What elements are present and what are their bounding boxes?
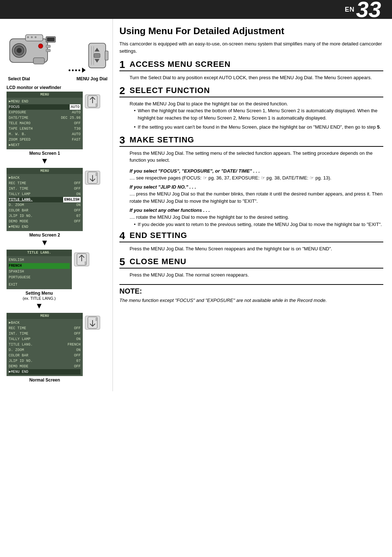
step-1-num: 1	[119, 60, 130, 70]
setting-menu: TITLE LANG. ENGLISH FRENCH SPANISH PORTU…	[7, 250, 72, 289]
dial-labels: Select Dial MENU Jog Dial	[7, 76, 109, 81]
menu-screen-2-label: Menu Screen 2	[7, 233, 83, 238]
final-row-inttime: INT. TIMEOFF	[9, 331, 81, 336]
setting-menu-block: TITLE LANG. ENGLISH FRENCH SPANISH PORTU…	[7, 250, 72, 311]
camcorder-icon	[7, 25, 66, 73]
menu2-row-inttime: INT. TIMEOFF	[9, 186, 81, 191]
menu-screen-1-block: MENU ►MENU END FOCUSAUTO EXPOSUREAUTO DA…	[7, 92, 83, 166]
svg-rect-7	[33, 58, 44, 64]
arrow-buttons-3	[74, 253, 89, 266]
down-arrow-button-2[interactable]	[85, 316, 100, 330]
menu2-row-menuend: ►MENU END	[9, 224, 81, 230]
down-arrow-button-1[interactable]	[85, 171, 100, 185]
select-dial-label: Select Dial	[8, 76, 30, 81]
note-section: Note: The menu function except "FOCUS" a…	[119, 284, 383, 304]
section-3-body: Press the MENU Jog Dial. The setting men…	[119, 150, 383, 164]
section-4-header: 4 End Setting	[119, 231, 383, 242]
menu1-row-exposure: EXPOSUREAUTO	[9, 110, 81, 115]
menu2-row-tally: TALLY LAMPON	[9, 191, 81, 197]
setting-menu-title: TITLE LANG.	[7, 250, 72, 256]
final-menu-area: MENU ►BACK REC TIMEOFF INT. TIMEOFF TALL…	[7, 313, 109, 385]
arrow-down-1: ▼	[7, 157, 83, 165]
section-2-body: Rotate the MENU Jog Dial to place the hi…	[119, 100, 383, 131]
section-4-title: End Setting	[130, 231, 187, 242]
up-arrow-button-2[interactable]	[74, 253, 89, 266]
arrow-down-3: ▼	[7, 302, 72, 310]
menu1-row-next: ►NEXT	[9, 142, 81, 148]
section-3-header: 3 Make Setting	[119, 135, 383, 147]
final-row-dzoom: D. ZOOMON	[9, 347, 81, 353]
setting-item-portuguese: PORTUGUESE	[9, 275, 70, 280]
svg-point-11	[38, 44, 43, 48]
if-select-other-body: .... rotate the MENU Jog Dial to move th…	[119, 214, 383, 228]
svg-rect-20	[105, 51, 109, 60]
intro-text: This camcorder is equipped with an easy-…	[119, 40, 383, 55]
menu-screen-1-label: Menu Screen 1	[7, 151, 83, 156]
menu2-row-demo: DEMO MODEOFF	[9, 219, 81, 224]
section-2-header: 2 Select Function	[119, 86, 383, 97]
section-2-bullet-2: • If the setting you want can't be found…	[134, 124, 383, 131]
setting-menu-label: Setting Menu (ex. TITLE LANG.)	[7, 291, 72, 301]
header-bar: EN 33	[0, 0, 392, 19]
note-title: Note:	[119, 287, 383, 295]
dots-arrow	[68, 68, 86, 73]
lcd-label: LCD monitor or viewfinder	[7, 85, 109, 90]
menu1-title: MENU	[7, 92, 83, 98]
svg-point-9	[31, 36, 33, 38]
menu2-title: MENU	[7, 168, 83, 174]
final-row-colorbar: COLOR BAROFF	[9, 353, 81, 358]
step-4-num: 4	[119, 231, 130, 242]
section-5-title: Close Menu	[130, 257, 187, 268]
arrow-down-2: ▼	[7, 239, 83, 247]
menu1-row-datetime: DATE/TIMEDEC 25.98	[9, 115, 81, 121]
page-title: Using Menu For Detailed Adjustment	[119, 25, 383, 37]
final-menu-block: MENU ►BACK REC TIMEOFF INT. TIMEOFF TALL…	[7, 313, 83, 383]
page-number: 33	[356, 0, 381, 21]
menu2-row-dzoom: D. ZOOMON	[9, 202, 81, 208]
menu1-row-mwb: M. W. B.AUTO	[9, 132, 81, 137]
setting-menu-area: TITLE LANG. ENGLISH FRENCH SPANISH PORTU…	[7, 250, 109, 313]
svg-rect-19	[94, 53, 100, 58]
final-row-demo: DEMO MODEOFF	[9, 364, 81, 369]
menu1-row-zoom: ZOOM SPEEDFAST	[9, 137, 81, 142]
section-3-title: Make Setting	[130, 135, 194, 146]
main-layout: Select Dial MENU Jog Dial LCD monitor or…	[0, 19, 392, 391]
final-row-rectime: REC TIMEOFF	[9, 326, 81, 331]
final-menu-screen: MENU ►BACK REC TIMEOFF INT. TIMEOFF TALL…	[7, 313, 83, 376]
section-2-bullet-1: • When the highlight bar reaches the bot…	[134, 107, 383, 121]
final-row-menuend: ►MENU END	[9, 369, 81, 375]
right-column: Using Menu For Detailed Adjustment This …	[113, 19, 392, 391]
menu-screen-2-area: MENU ►BACK REC TIMEOFF INT. TIMEOFF TALL…	[7, 168, 109, 250]
if-select-other: If you select any other functions . . .	[119, 207, 383, 213]
arrow-buttons-4	[85, 316, 100, 330]
setting-item-french: FRENCH	[9, 263, 70, 269]
menu1-row-tele: TELE MACROOFF	[9, 121, 81, 126]
step-2-num: 2	[119, 86, 130, 97]
step-3-num: 3	[119, 135, 130, 146]
menu2-row-titlelang: TITLE LANG.ENGLISH	[9, 197, 81, 202]
camcorder-area	[7, 25, 109, 73]
up-arrow-button-1[interactable]	[85, 94, 100, 108]
final-row-jlip: JLIP ID NO.07	[9, 358, 81, 364]
if-select-focus-body: .... see respective pages (FOCUS: ☞ pg. …	[119, 174, 383, 182]
jog-dial-icon	[87, 40, 109, 73]
final-row-back: ►BACK	[9, 320, 81, 326]
arrow-buttons-2	[85, 171, 100, 185]
menu-screen-2-block: MENU ►BACK REC TIMEOFF INT. TIMEOFF TALL…	[7, 168, 83, 247]
svg-point-10	[34, 36, 36, 38]
left-column: Select Dial MENU Jog Dial LCD monitor or…	[0, 19, 113, 391]
final-menu-title: MENU	[7, 313, 83, 319]
if-select-focus: If you select "FOCUS", "EXPOSURE", or "D…	[119, 168, 383, 174]
final-row-tally: TALLY LAMPON	[9, 336, 81, 342]
if-select-jlip-body: .... press the MENU Jog Dial so that the…	[119, 190, 383, 205]
menu1-row-tape: TAPE LENGTHT30	[9, 126, 81, 132]
svg-point-8	[27, 36, 29, 38]
setting-item-english: ENGLISH	[9, 257, 70, 263]
step-5-num: 5	[119, 257, 130, 268]
normal-screen-label: Normal Screen	[7, 378, 83, 383]
section-1-title: Access Menu Screen	[130, 60, 230, 70]
section-5-header: 5 Close Menu	[119, 257, 383, 269]
note-body: The menu function except "FOCUS" and "EX…	[119, 297, 383, 304]
section-4-body: Press the MENU Jog Dial. The Menu Screen…	[119, 245, 383, 253]
setting-item-spanish: SPANISH	[9, 269, 70, 275]
